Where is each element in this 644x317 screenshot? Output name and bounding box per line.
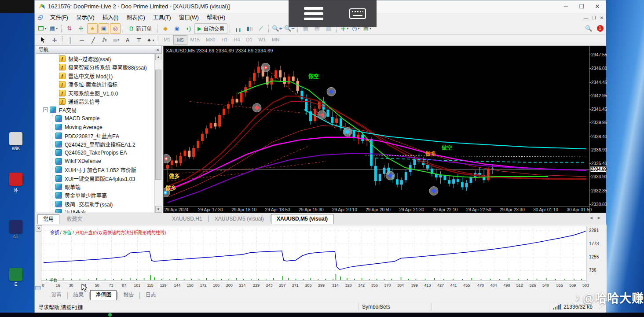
scroll-down-icon[interactable]: ▼ (155, 206, 161, 213)
navigator-tab-common[interactable]: 常用 (37, 214, 59, 224)
child-close-button[interactable]: ✕ (598, 15, 606, 20)
tree-item-indicator[interactable]: f极简智能分析系统-尊简版88(ssai) (36, 63, 154, 71)
timeframe-M5[interactable]: M5 (173, 35, 187, 45)
desktop-icon-外[interactable]: 外 (3, 173, 29, 193)
chart-tab[interactable]: XAUUSD,M5 (visual) (209, 214, 269, 224)
fibonacci-tool[interactable]: ≣F (111, 35, 121, 45)
minimize-button[interactable]: ─ (558, 2, 573, 11)
desktop-icon-cT[interactable]: cT (3, 220, 29, 239)
script-icon[interactable]: ◆ (160, 23, 171, 34)
market-watch-button[interactable]: ⇅ (64, 23, 75, 34)
tree-item-expert[interactable]: Q240520_TakePropips EA (36, 148, 154, 157)
timeframe-H1[interactable]: H1 (218, 35, 231, 44)
vline-tool[interactable]: │ (65, 35, 76, 45)
tab-scroll-right-icon[interactable]: ► (597, 215, 601, 220)
tester-graph[interactable]: 余额 / 净值 / 只用开盘价(以最快速的方法分析刚形成的柱线) 手数 (41, 226, 586, 282)
chart-tab[interactable]: XAUUSD,H1 (167, 214, 208, 224)
navigator-tab-favorites[interactable]: 收藏夹 (61, 215, 88, 224)
data-window-button[interactable]: ✛ (76, 23, 86, 34)
maximize-button[interactable]: ☐ (574, 2, 589, 11)
autotrading-button[interactable]: ▶自动交易 (194, 23, 227, 34)
tree-item-expert[interactable]: XUI一键交易面版EA4plus1.03 (36, 174, 154, 183)
status-symbolsets[interactable]: SymbolSets (362, 304, 428, 310)
tree-item-indicator[interactable]: f潘多拉·魔盒统计指标 (36, 80, 154, 88)
menu-item[interactable]: 工具(T) (149, 13, 175, 22)
crosshair-tool[interactable]: ✛ (49, 35, 60, 45)
indicator-icon: f (59, 73, 66, 79)
tester-tab-2[interactable]: 净值图 (90, 290, 117, 300)
timeframe-W1[interactable]: W1 (256, 35, 269, 44)
new-order-button[interactable]: 🗋新订单 (126, 23, 155, 34)
timeframe-M1[interactable]: M1 (161, 35, 173, 44)
tree-item-expert[interactable]: Moving Average (36, 123, 154, 131)
close-button[interactable]: ✕ (590, 2, 605, 11)
time-axis[interactable]: 29 Apr 202429 Apr 17:3029 Apr 18:1029 Ap… (164, 206, 589, 214)
tree-item-indicator[interactable]: f极简--过滤器(ssai) (36, 55, 154, 63)
navigator-scrollbar[interactable]: ▲ ▼ (154, 54, 162, 213)
timeframe-MN[interactable]: MN (269, 35, 282, 44)
timeframe-D1[interactable]: D1 (243, 35, 256, 44)
navigator-close-icon[interactable]: ✕ (156, 46, 160, 54)
tree-item-expert[interactable]: 黄金单量少胜率高 (36, 191, 154, 199)
tester-tab-0[interactable]: 设置 (46, 291, 66, 300)
desktop-icon-WiK[interactable]: WiK (3, 132, 29, 151)
tree-item-indicator[interactable]: f通道箭头信号 (36, 97, 154, 106)
scroll-up-icon[interactable]: ▲ (155, 54, 161, 60)
timeframe-H4[interactable]: H4 (231, 35, 243, 44)
tree-item-expert[interactable]: 决战非农 (36, 208, 154, 213)
price-axis[interactable]: 2347.552346.002344.452342.952341.452339.… (589, 46, 606, 213)
search-icon[interactable]: 🔍 (583, 23, 594, 34)
timeframe-M15[interactable]: M15 (187, 35, 203, 44)
navigator-button[interactable]: ★ (87, 23, 98, 34)
hamburger-menu-icon[interactable] (289, 7, 339, 20)
menu-item[interactable]: 帮助(H) (203, 13, 229, 22)
collapse-icon[interactable]: − (43, 107, 48, 112)
child-restore-button[interactable]: ❐ (590, 15, 598, 20)
tree-item-expert[interactable]: 极简--交易助手(ssai) (36, 200, 154, 208)
tree-item-indicator[interactable]: f雷达中文版 Mod(1) (36, 72, 154, 80)
menu-item[interactable]: 窗口(W) (175, 13, 203, 22)
notifications-badge[interactable]: 1 (595, 23, 605, 34)
signals-icon[interactable]: ◖) (183, 23, 194, 34)
menu-item[interactable]: 文件(F) (46, 13, 72, 22)
profiles-button[interactable]: ▦▾ (48, 23, 59, 34)
timeframe-M30[interactable]: M30 (203, 35, 218, 44)
hline-tool[interactable]: ─ (77, 35, 87, 45)
new-chart-button[interactable]: 🗔▾ (37, 23, 48, 34)
zoom-in-button[interactable]: 🔍+ (271, 23, 283, 34)
desktop-icon-E[interactable]: E (3, 268, 29, 287)
chart-tab[interactable]: XAUUSD,M5 (visual) (271, 214, 333, 224)
child-minimize-button[interactable]: — (582, 15, 590, 20)
menu-item[interactable]: 插入(I) (99, 13, 123, 22)
tree-item-expert[interactable]: Q240429_皇朝霸业指标EA1.2 (36, 140, 154, 148)
text-tool[interactable]: A (122, 35, 133, 45)
tester-tab-3[interactable]: 报告 (119, 291, 139, 300)
label-tool[interactable]: ⊤ (134, 35, 144, 45)
terminal-button[interactable]: ▣ (99, 23, 109, 34)
shapes-tool[interactable]: ✦▾ (145, 35, 156, 45)
line-chart-button[interactable]: ⟋ (256, 23, 266, 34)
menu-item[interactable]: 显示(V) (72, 13, 99, 22)
tree-item-expert[interactable]: MACD Sample (36, 114, 154, 123)
candle-chart-button[interactable]: ▮▯ (244, 23, 255, 34)
strategy-tester-button[interactable]: ◎ (110, 23, 121, 34)
tester-tab-4[interactable]: 日志 (141, 291, 161, 300)
tree-item-expert[interactable]: 跟单端 (36, 183, 154, 191)
channel-tool[interactable]: ⫽E (99, 35, 110, 45)
main-chart-plot[interactable]: 做空做空做多做多做多 (164, 46, 589, 206)
tree-group-ea[interactable]: −EA交易 (36, 106, 154, 114)
bar-chart-button[interactable]: ╻╻ (233, 23, 243, 34)
scrollbar-thumb[interactable] (155, 70, 161, 180)
expert-icon[interactable]: ◉ (172, 23, 182, 34)
cursor-tool[interactable] (38, 35, 48, 45)
tree-item-expert[interactable]: XUI4马丁加仓EA 1.052 市价版 (36, 166, 154, 174)
legend-equity: 净值 (62, 230, 71, 235)
tab-scroll-left-icon[interactable]: ◄ (589, 215, 593, 220)
tree-item-indicator[interactable]: f天眼系统主图_V1.0.0 (36, 89, 154, 97)
trendline-tool[interactable]: ╱ (88, 35, 99, 45)
tree-item-expert[interactable]: PDD230817_红蓝点EA (36, 132, 154, 140)
keyboard-icon[interactable] (339, 7, 377, 20)
taskbar-app-icon[interactable] (108, 313, 112, 317)
tree-item-expert[interactable]: WikiFXDefense (36, 157, 154, 166)
menu-item[interactable]: 图表(C) (122, 13, 149, 22)
